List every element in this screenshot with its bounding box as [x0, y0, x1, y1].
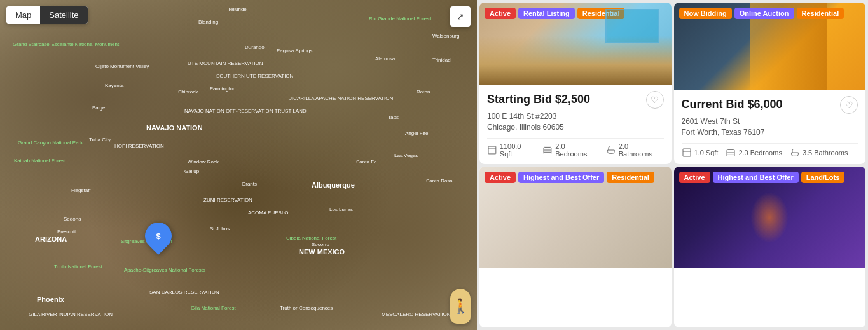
svg-rect-4	[683, 149, 691, 156]
bedrooms-feature-2: 2.0 Bedrooms	[726, 148, 782, 158]
expand-map-button[interactable]: ⤢	[450, 6, 471, 27]
listing-address-1: 100 E 14th St #2203Chicago, Illinois 606…	[487, 111, 664, 133]
badge-row-2: Now BiddingOnline AuctionResidential	[679, 8, 844, 19]
sqft-icon	[682, 148, 692, 158]
map-section: Grand Staircase-Escalante National Monum…	[0, 0, 477, 330]
badge-row-3: ActiveHighest and Best OfferResidential	[485, 172, 654, 183]
badge-now-bidding: Now Bidding	[679, 8, 732, 19]
listing-features-2: 1.0 Sqft2.0 Bedrooms3.5 Bathrooms	[682, 148, 858, 158]
listing-card-1[interactable]: ActiveRental ListingResidentialStarting …	[479, 3, 672, 164]
badge-residential: Residential	[577, 8, 625, 19]
bed-icon	[726, 148, 736, 158]
listing-price-2: Current Bid $6,000	[682, 98, 783, 111]
listing-image-1: ActiveRental ListingResidential	[479, 3, 672, 85]
divider-2	[682, 143, 858, 144]
listing-price-1: Starting Bid $2,500	[487, 93, 590, 106]
sqft-feature-1: 1100.0 Sqft	[487, 142, 535, 158]
listing-card-2[interactable]: Now BiddingOnline AuctionResidentialCurr…	[674, 3, 866, 164]
expand-icon: ⤢	[457, 11, 464, 22]
listing-image-2: Now BiddingOnline AuctionResidential	[674, 3, 866, 90]
bed-icon	[542, 145, 553, 155]
listing-address-2: 2601 West 7th StFort Worth, Texas 76107	[682, 116, 858, 138]
badge-active: Active	[485, 8, 516, 19]
favorite-button-1[interactable]: ♡	[646, 91, 664, 109]
listing-card-4[interactable]: ActiveHighest and Best OfferLand/Lots	[674, 167, 866, 328]
map-pin-dollar: $	[156, 231, 160, 241]
price-row-2: Current Bid $6,000♡	[682, 96, 858, 114]
listings-section: ActiveRental ListingResidentialStarting …	[477, 0, 868, 330]
person-icon: 🚶	[452, 298, 469, 315]
badge-residential: Residential	[797, 8, 844, 19]
map-tab-satellite[interactable]: Satellite	[40, 6, 87, 24]
bathrooms-feature-1: 2.0 Bathrooms	[606, 142, 664, 158]
bathrooms-value-2: 3.5 Bathrooms	[803, 149, 848, 156]
badge-highest-and-best-offer: Highest and Best Offer	[518, 172, 604, 183]
svg-rect-0	[488, 146, 496, 154]
listing-image-3: ActiveHighest and Best OfferResidential	[479, 167, 672, 268]
bedrooms-feature-1: 2.0 Bedrooms	[542, 142, 598, 158]
sqft-value-1: 1100.0 Sqft	[500, 142, 535, 158]
favorite-button-2[interactable]: ♡	[840, 96, 858, 114]
badge-row-1: ActiveRental ListingResidential	[485, 8, 624, 19]
badge-highest-and-best-offer: Highest and Best Offer	[713, 172, 799, 183]
price-row-1: Starting Bid $2,500♡	[487, 91, 664, 109]
map-tab-map[interactable]: Map	[6, 6, 40, 24]
map-background	[0, 0, 477, 330]
listing-card-3[interactable]: ActiveHighest and Best OfferResidential	[479, 167, 672, 328]
badge-active: Active	[485, 172, 516, 183]
divider-1	[487, 138, 664, 139]
bathrooms-feature-2: 3.5 Bathrooms	[790, 148, 848, 158]
map-pin[interactable]: $	[145, 223, 172, 249]
map-pin-circle: $	[139, 217, 177, 254]
badge-land/lots: Land/Lots	[801, 172, 845, 183]
sqft-value-2: 1.0 Sqft	[694, 149, 719, 156]
listing-info-2: Current Bid $6,000♡2601 West 7th StFort …	[674, 90, 866, 164]
listing-info-1: Starting Bid $2,500♡100 E 14th St #2203C…	[479, 85, 672, 164]
listing-image-4: ActiveHighest and Best OfferLand/Lots	[674, 167, 866, 268]
street-view-icon[interactable]: 🚶	[450, 289, 471, 324]
badge-residential: Residential	[607, 172, 654, 183]
badge-row-4: ActiveHighest and Best OfferLand/Lots	[679, 172, 845, 183]
badge-online-auction: Online Auction	[734, 8, 794, 19]
bathrooms-value-1: 2.0 Bathrooms	[619, 142, 664, 158]
sqft-icon	[487, 145, 497, 155]
bedrooms-value-1: 2.0 Bedrooms	[555, 142, 598, 158]
bath-icon	[790, 148, 800, 158]
listing-features-1: 1100.0 Sqft2.0 Bedrooms2.0 Bathrooms	[487, 142, 664, 158]
map-controls: Map Satellite	[6, 6, 88, 24]
bedrooms-value-2: 2.0 Bedrooms	[738, 149, 782, 156]
badge-active: Active	[679, 172, 710, 183]
sqft-feature-2: 1.0 Sqft	[682, 148, 719, 158]
map-container[interactable]: Grand Staircase-Escalante National Monum…	[0, 0, 477, 330]
bath-icon	[606, 145, 616, 155]
badge-rental-listing: Rental Listing	[518, 8, 575, 19]
